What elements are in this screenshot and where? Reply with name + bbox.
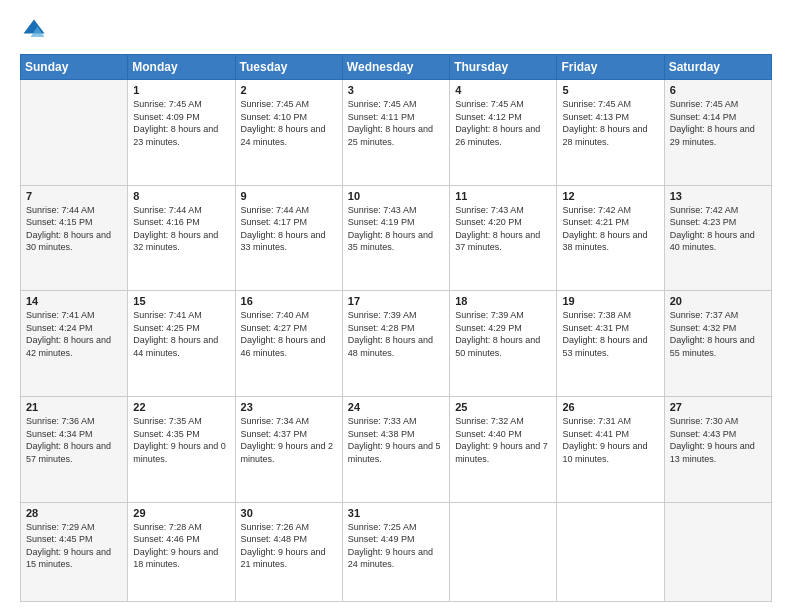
day-info: Sunrise: 7:45 AMSunset: 4:10 PMDaylight:… (241, 98, 337, 148)
day-number: 6 (670, 84, 766, 96)
day-number: 7 (26, 190, 122, 202)
day-info: Sunrise: 7:42 AMSunset: 4:23 PMDaylight:… (670, 204, 766, 254)
calendar-header-day: Monday (128, 55, 235, 80)
day-number: 31 (348, 507, 444, 519)
day-info: Sunrise: 7:43 AMSunset: 4:19 PMDaylight:… (348, 204, 444, 254)
day-number: 26 (562, 401, 658, 413)
calendar-day-cell: 7Sunrise: 7:44 AMSunset: 4:15 PMDaylight… (21, 185, 128, 291)
calendar-day-cell: 11Sunrise: 7:43 AMSunset: 4:20 PMDayligh… (450, 185, 557, 291)
calendar-day-cell: 24Sunrise: 7:33 AMSunset: 4:38 PMDayligh… (342, 396, 449, 502)
calendar-day-cell: 28Sunrise: 7:29 AMSunset: 4:45 PMDayligh… (21, 502, 128, 601)
day-number: 25 (455, 401, 551, 413)
calendar-week-row: 1Sunrise: 7:45 AMSunset: 4:09 PMDaylight… (21, 80, 772, 186)
day-info: Sunrise: 7:36 AMSunset: 4:34 PMDaylight:… (26, 415, 122, 465)
logo-icon (20, 16, 48, 44)
calendar-day-cell: 31Sunrise: 7:25 AMSunset: 4:49 PMDayligh… (342, 502, 449, 601)
calendar-day-cell: 4Sunrise: 7:45 AMSunset: 4:12 PMDaylight… (450, 80, 557, 186)
day-number: 12 (562, 190, 658, 202)
calendar-day-cell: 13Sunrise: 7:42 AMSunset: 4:23 PMDayligh… (664, 185, 771, 291)
day-info: Sunrise: 7:44 AMSunset: 4:15 PMDaylight:… (26, 204, 122, 254)
day-number: 28 (26, 507, 122, 519)
calendar-day-cell (664, 502, 771, 601)
calendar-day-cell: 6Sunrise: 7:45 AMSunset: 4:14 PMDaylight… (664, 80, 771, 186)
day-info: Sunrise: 7:28 AMSunset: 4:46 PMDaylight:… (133, 521, 229, 571)
day-number: 13 (670, 190, 766, 202)
day-number: 19 (562, 295, 658, 307)
day-number: 30 (241, 507, 337, 519)
svg-marker-0 (24, 20, 45, 34)
calendar-day-cell: 16Sunrise: 7:40 AMSunset: 4:27 PMDayligh… (235, 291, 342, 397)
day-number: 2 (241, 84, 337, 96)
calendar-week-row: 14Sunrise: 7:41 AMSunset: 4:24 PMDayligh… (21, 291, 772, 397)
day-info: Sunrise: 7:45 AMSunset: 4:13 PMDaylight:… (562, 98, 658, 148)
day-info: Sunrise: 7:25 AMSunset: 4:49 PMDaylight:… (348, 521, 444, 571)
calendar-day-cell: 20Sunrise: 7:37 AMSunset: 4:32 PMDayligh… (664, 291, 771, 397)
calendar-day-cell: 9Sunrise: 7:44 AMSunset: 4:17 PMDaylight… (235, 185, 342, 291)
day-info: Sunrise: 7:41 AMSunset: 4:25 PMDaylight:… (133, 309, 229, 359)
page: SundayMondayTuesdayWednesdayThursdayFrid… (0, 0, 792, 612)
calendar-day-cell: 25Sunrise: 7:32 AMSunset: 4:40 PMDayligh… (450, 396, 557, 502)
day-number: 24 (348, 401, 444, 413)
day-number: 17 (348, 295, 444, 307)
day-info: Sunrise: 7:31 AMSunset: 4:41 PMDaylight:… (562, 415, 658, 465)
day-info: Sunrise: 7:32 AMSunset: 4:40 PMDaylight:… (455, 415, 551, 465)
day-info: Sunrise: 7:35 AMSunset: 4:35 PMDaylight:… (133, 415, 229, 465)
day-info: Sunrise: 7:26 AMSunset: 4:48 PMDaylight:… (241, 521, 337, 571)
day-number: 29 (133, 507, 229, 519)
calendar-day-cell (450, 502, 557, 601)
day-number: 3 (348, 84, 444, 96)
calendar-header-day: Tuesday (235, 55, 342, 80)
calendar-day-cell: 18Sunrise: 7:39 AMSunset: 4:29 PMDayligh… (450, 291, 557, 397)
day-number: 21 (26, 401, 122, 413)
calendar-day-cell: 21Sunrise: 7:36 AMSunset: 4:34 PMDayligh… (21, 396, 128, 502)
day-info: Sunrise: 7:30 AMSunset: 4:43 PMDaylight:… (670, 415, 766, 465)
calendar-day-cell: 26Sunrise: 7:31 AMSunset: 4:41 PMDayligh… (557, 396, 664, 502)
calendar-day-cell: 27Sunrise: 7:30 AMSunset: 4:43 PMDayligh… (664, 396, 771, 502)
day-number: 14 (26, 295, 122, 307)
day-number: 27 (670, 401, 766, 413)
day-info: Sunrise: 7:45 AMSunset: 4:12 PMDaylight:… (455, 98, 551, 148)
calendar-day-cell: 14Sunrise: 7:41 AMSunset: 4:24 PMDayligh… (21, 291, 128, 397)
day-info: Sunrise: 7:34 AMSunset: 4:37 PMDaylight:… (241, 415, 337, 465)
calendar-day-cell: 12Sunrise: 7:42 AMSunset: 4:21 PMDayligh… (557, 185, 664, 291)
day-number: 15 (133, 295, 229, 307)
day-info: Sunrise: 7:43 AMSunset: 4:20 PMDaylight:… (455, 204, 551, 254)
calendar-day-cell (21, 80, 128, 186)
calendar-week-row: 28Sunrise: 7:29 AMSunset: 4:45 PMDayligh… (21, 502, 772, 601)
day-number: 10 (348, 190, 444, 202)
calendar-header-day: Thursday (450, 55, 557, 80)
day-number: 23 (241, 401, 337, 413)
day-info: Sunrise: 7:39 AMSunset: 4:28 PMDaylight:… (348, 309, 444, 359)
calendar-header-row: SundayMondayTuesdayWednesdayThursdayFrid… (21, 55, 772, 80)
calendar-day-cell: 22Sunrise: 7:35 AMSunset: 4:35 PMDayligh… (128, 396, 235, 502)
day-info: Sunrise: 7:39 AMSunset: 4:29 PMDaylight:… (455, 309, 551, 359)
calendar-day-cell: 10Sunrise: 7:43 AMSunset: 4:19 PMDayligh… (342, 185, 449, 291)
calendar-day-cell: 30Sunrise: 7:26 AMSunset: 4:48 PMDayligh… (235, 502, 342, 601)
calendar-week-row: 21Sunrise: 7:36 AMSunset: 4:34 PMDayligh… (21, 396, 772, 502)
day-number: 5 (562, 84, 658, 96)
day-info: Sunrise: 7:29 AMSunset: 4:45 PMDaylight:… (26, 521, 122, 571)
day-info: Sunrise: 7:33 AMSunset: 4:38 PMDaylight:… (348, 415, 444, 465)
day-number: 22 (133, 401, 229, 413)
calendar-day-cell: 3Sunrise: 7:45 AMSunset: 4:11 PMDaylight… (342, 80, 449, 186)
calendar-table: SundayMondayTuesdayWednesdayThursdayFrid… (20, 54, 772, 602)
day-number: 18 (455, 295, 551, 307)
day-info: Sunrise: 7:45 AMSunset: 4:09 PMDaylight:… (133, 98, 229, 148)
calendar-day-cell: 5Sunrise: 7:45 AMSunset: 4:13 PMDaylight… (557, 80, 664, 186)
day-number: 8 (133, 190, 229, 202)
calendar-header-day: Wednesday (342, 55, 449, 80)
day-info: Sunrise: 7:45 AMSunset: 4:11 PMDaylight:… (348, 98, 444, 148)
calendar-header-day: Sunday (21, 55, 128, 80)
day-info: Sunrise: 7:42 AMSunset: 4:21 PMDaylight:… (562, 204, 658, 254)
day-number: 16 (241, 295, 337, 307)
calendar-day-cell: 23Sunrise: 7:34 AMSunset: 4:37 PMDayligh… (235, 396, 342, 502)
day-info: Sunrise: 7:38 AMSunset: 4:31 PMDaylight:… (562, 309, 658, 359)
calendar-day-cell: 8Sunrise: 7:44 AMSunset: 4:16 PMDaylight… (128, 185, 235, 291)
calendar-week-row: 7Sunrise: 7:44 AMSunset: 4:15 PMDaylight… (21, 185, 772, 291)
day-info: Sunrise: 7:44 AMSunset: 4:17 PMDaylight:… (241, 204, 337, 254)
calendar-header-day: Friday (557, 55, 664, 80)
calendar-day-cell: 15Sunrise: 7:41 AMSunset: 4:25 PMDayligh… (128, 291, 235, 397)
calendar-day-cell: 19Sunrise: 7:38 AMSunset: 4:31 PMDayligh… (557, 291, 664, 397)
day-info: Sunrise: 7:44 AMSunset: 4:16 PMDaylight:… (133, 204, 229, 254)
calendar-day-cell: 17Sunrise: 7:39 AMSunset: 4:28 PMDayligh… (342, 291, 449, 397)
